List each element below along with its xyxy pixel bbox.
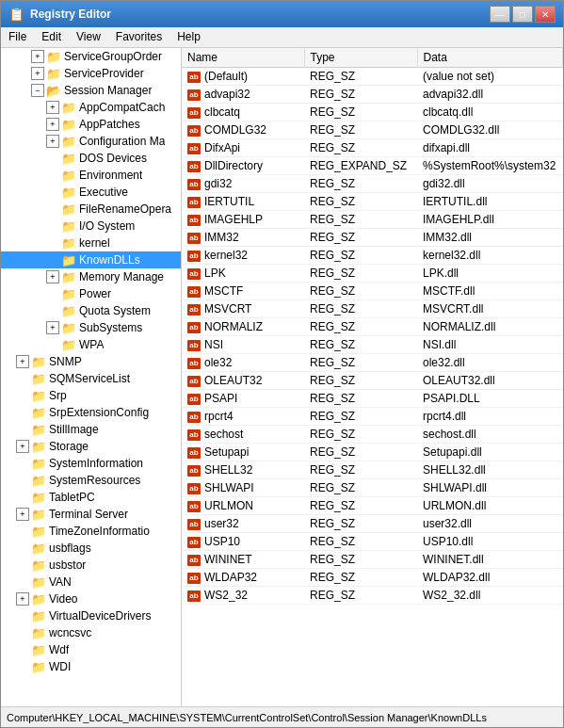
tree-item-SystemInformation[interactable]: 📁SystemInformation [1, 455, 181, 472]
tree-item-ConfigurationMa[interactable]: +📁Configuration Ma [1, 133, 181, 150]
expand-btn-SNMP[interactable]: + [16, 355, 29, 368]
table-row[interactable]: abNORMALIZREG_SZNORMALIZ.dll [182, 318, 563, 336]
table-row[interactable]: abSHLWAPIREG_SZSHLWAPI.dll [182, 479, 563, 497]
menu-file[interactable]: File [1, 27, 34, 47]
folder-icon-SNMP: 📁 [31, 355, 46, 369]
tree-item-WPA[interactable]: 📁WPA [1, 336, 181, 353]
tree-item-SessionManager[interactable]: −📂Session Manager [1, 82, 181, 99]
tree-item-kernel[interactable]: 📁kernel [1, 235, 181, 251]
cell-name: abLPK [182, 265, 304, 283]
tree-item-TimeZoneInformatio[interactable]: 📁TimeZoneInformatio [1, 523, 181, 540]
expand-btn-TerminalServer[interactable]: + [16, 508, 29, 521]
table-row[interactable]: abMSCTFREG_SZMSCTF.dll [182, 283, 563, 300]
tree-item-SubSystems[interactable]: +📁SubSystems [1, 319, 181, 336]
tree-item-MemoryManage[interactable]: +📁Memory Manage [1, 268, 181, 285]
expand-btn-MemoryManage[interactable]: + [46, 270, 59, 283]
table-row[interactable]: abrpcrt4REG_SZrpcrt4.dll [182, 408, 563, 426]
col-header-type[interactable]: Type [304, 48, 417, 68]
table-row[interactable]: abWININETREG_SZWININET.dll [182, 551, 563, 569]
table-row[interactable]: abadvapi32REG_SZadvapi32.dll [182, 86, 563, 104]
table-row[interactable]: abCOMDLG32REG_SZCOMDLG32.dll [182, 121, 563, 139]
expand-btn-ServiceGroupOrder[interactable]: + [31, 50, 44, 63]
table-row[interactable]: abIMAGEHLPREG_SZIMAGEHLP.dll [182, 211, 563, 229]
tree-item-usbflags[interactable]: 📁usbflags [1, 540, 181, 557]
close-button[interactable]: ✕ [535, 6, 556, 23]
tree-item-AppCompatCache[interactable]: +📁AppCompatCach [1, 99, 181, 116]
tree-item-SrpExtensionConfig[interactable]: 📁SrpExtensionConfig [1, 404, 181, 421]
expand-btn-ServiceProvider[interactable]: + [31, 67, 44, 80]
tree-item-Power[interactable]: 📁Power [1, 285, 181, 302]
cell-data: LPK.dll [417, 265, 563, 283]
data-pane[interactable]: Name Type Data ab(Default)REG_SZ(value n… [182, 48, 563, 706]
tree-item-Environment[interactable]: 📁Environment [1, 167, 181, 184]
table-row[interactable]: abLPKREG_SZLPK.dll [182, 265, 563, 283]
tree-item-wcncsvc[interactable]: 📁wcncsvc [1, 624, 181, 641]
table-row[interactable]: absechostREG_SZsechost.dll [182, 426, 563, 444]
tree-item-TabletPC[interactable]: 📁TabletPC [1, 489, 181, 506]
tree-item-Executive[interactable]: 📁Executive [1, 184, 181, 201]
tree-item-ServiceGroupOrder[interactable]: +📁ServiceGroupOrder [1, 48, 181, 65]
expand-btn-Storage[interactable]: + [16, 440, 29, 453]
tree-item-SystemResources[interactable]: 📁SystemResources [1, 472, 181, 489]
expand-btn-AppCompatCache[interactable]: + [46, 101, 59, 114]
table-row[interactable]: abWS2_32REG_SZWS2_32.dll [182, 587, 563, 605]
table-row[interactable]: abPSAPIREG_SZPSAPI.DLL [182, 390, 563, 408]
tree-item-DOSDevices[interactable]: 📁DOS Devices [1, 150, 181, 167]
tree-item-usbstor[interactable]: 📁usbstor [1, 557, 181, 574]
reg-type-icon: ab [187, 72, 201, 83]
table-row[interactable]: abgdi32REG_SZgdi32.dll [182, 175, 563, 193]
menu-view[interactable]: View [69, 27, 108, 47]
table-row[interactable]: ab(Default)REG_SZ(value not set) [182, 68, 563, 86]
expand-btn-SessionManager[interactable]: − [31, 84, 44, 97]
tree-label-IOSystem: I/O System [79, 219, 135, 233]
tree-item-TerminalServer[interactable]: +📁Terminal Server [1, 506, 181, 523]
tree-item-VAN[interactable]: 📁VAN [1, 574, 181, 590]
tree-item-QuotaSystem[interactable]: 📁Quota System [1, 302, 181, 319]
tree-item-WDI[interactable]: 📁WDI [1, 658, 181, 675]
menu-edit[interactable]: Edit [34, 27, 69, 47]
table-row[interactable]: abuser32REG_SZuser32.dll [182, 515, 563, 533]
tree-pane[interactable]: +📁ServiceGroupOrder+📁ServiceProvider−📂Se… [1, 48, 182, 706]
tree-item-KnownDLLs[interactable]: 📁KnownDLLs [1, 251, 181, 268]
expand-btn-AppPatches[interactable]: + [46, 118, 59, 131]
table-row[interactable]: abIERTUTILREG_SZIERTUTIL.dll [182, 193, 563, 211]
expand-btn-SubSystems[interactable]: + [46, 321, 59, 334]
tree-item-VirtualDeviceDrivers[interactable]: 📁VirtualDeviceDrivers [1, 607, 181, 624]
registry-table: Name Type Data ab(Default)REG_SZ(value n… [182, 48, 563, 605]
menu-help[interactable]: Help [169, 27, 208, 47]
tree-item-ServiceProvider[interactable]: +📁ServiceProvider [1, 65, 181, 82]
minimize-button[interactable]: — [490, 6, 510, 23]
table-row[interactable]: abDllDirectoryREG_EXPAND_SZ%SystemRoot%\… [182, 157, 563, 175]
table-row[interactable]: abUSP10REG_SZUSP10.dll [182, 533, 563, 551]
col-header-data[interactable]: Data [417, 48, 563, 68]
tree-item-StillImage[interactable]: 📁StillImage [1, 421, 181, 438]
tree-item-Srp[interactable]: 📁Srp [1, 387, 181, 404]
tree-item-SNMP[interactable]: +📁SNMP [1, 353, 181, 370]
table-row[interactable]: abole32REG_SZole32.dll [182, 354, 563, 372]
tree-item-SQMServiceList[interactable]: 📁SQMServiceList [1, 370, 181, 387]
tree-item-Wdf[interactable]: 📁Wdf [1, 641, 181, 658]
table-row[interactable]: abNSIREG_SZNSI.dll [182, 336, 563, 354]
tree-item-Video[interactable]: +📁Video [1, 590, 181, 607]
table-row[interactable]: abURLMONREG_SZURLMON.dll [182, 497, 563, 515]
table-row[interactable]: abSetupapiREG_SZSetupapi.dll [182, 444, 563, 461]
tree-item-Storage[interactable]: +📁Storage [1, 438, 181, 455]
table-row[interactable]: abSHELL32REG_SZSHELL32.dll [182, 461, 563, 479]
tree-item-IOSystem[interactable]: 📁I/O System [1, 218, 181, 235]
cell-data: MSVCRT.dll [417, 300, 563, 318]
tree-item-AppPatches[interactable]: +📁AppPatches [1, 116, 181, 133]
table-row[interactable]: abDifxApiREG_SZdifxapi.dll [182, 139, 563, 157]
col-header-name[interactable]: Name [182, 48, 304, 68]
table-row[interactable]: abIMM32REG_SZIMM32.dll [182, 229, 563, 247]
table-row[interactable]: abOLEAUT32REG_SZOLEAUT32.dll [182, 372, 563, 390]
table-row[interactable]: abkernel32REG_SZkernel32.dll [182, 247, 563, 265]
tree-item-FileRenameOpera[interactable]: 📁FileRenameOpera [1, 201, 181, 218]
expand-btn-ConfigurationMa[interactable]: + [46, 135, 59, 148]
table-row[interactable]: abWLDAP32REG_SZWLDAP32.dll [182, 569, 563, 587]
tree-label-Wdf: Wdf [49, 643, 69, 656]
maximize-button[interactable]: □ [512, 6, 533, 23]
menu-favorites[interactable]: Favorites [108, 27, 169, 47]
table-row[interactable]: abMSVCRTREG_SZMSVCRT.dll [182, 300, 563, 318]
expand-btn-Video[interactable]: + [16, 592, 29, 606]
table-row[interactable]: abclbcatqREG_SZclbcatq.dll [182, 104, 563, 121]
